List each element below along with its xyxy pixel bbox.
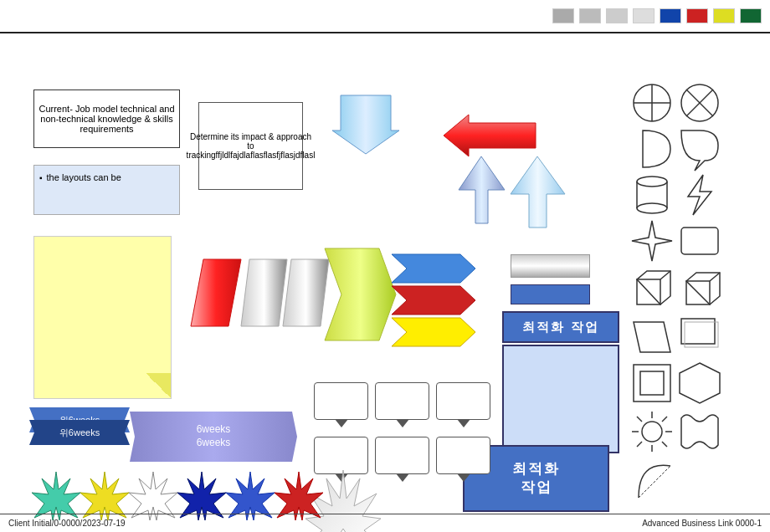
swatch-7[interactable] — [713, 8, 735, 23]
speech-bubble-row-1 — [314, 382, 490, 420]
swatch-5[interactable] — [660, 8, 681, 23]
blue-chevron — [392, 254, 475, 286]
shape-d — [630, 127, 674, 174]
swatch-2[interactable] — [579, 8, 601, 23]
gray-parallelogram-2 — [283, 259, 329, 330]
swatch-8[interactable] — [740, 8, 762, 23]
speech-bubble-row-2 — [314, 437, 490, 474]
shape-cylinder — [630, 173, 674, 220]
yellow-chevron — [325, 248, 396, 344]
svg-line-50 — [662, 417, 667, 422]
svg-line-33 — [660, 271, 670, 279]
shape-box-inbox — [630, 361, 674, 408]
shape-speech-circle — [678, 127, 721, 174]
silver-rect — [511, 254, 590, 278]
shape-rounded-rect — [678, 219, 721, 266]
svg-marker-8 — [392, 254, 475, 283]
svg-marker-2 — [459, 156, 505, 223]
yellow-chevron-arrow — [392, 318, 475, 350]
svg-marker-7 — [325, 248, 396, 340]
svg-marker-6 — [283, 259, 329, 326]
ribbon-text-3: 6weeks — [197, 423, 231, 437]
shape-3dbox-2 — [678, 268, 721, 315]
ribbon-text-2: 위6weeks — [59, 427, 100, 439]
shape-rect-shadow — [678, 315, 721, 362]
korean-box-1: 최적화 작업 — [502, 311, 619, 343]
speech-bubble-5 — [375, 437, 429, 474]
svg-marker-29 — [632, 221, 672, 261]
svg-rect-40 — [634, 365, 670, 402]
ribbon-purple: 6weeks 6weeks — [130, 412, 297, 462]
swatch-4[interactable] — [633, 8, 654, 23]
ribbon-text-4: 6weeks — [197, 437, 231, 450]
bottom-right-text: Advanced Business Link 0000-1 — [642, 519, 762, 528]
red-parallelogram — [191, 259, 241, 330]
blue-rect — [511, 284, 590, 304]
korean-box-2 — [502, 345, 619, 453]
svg-marker-32 — [637, 271, 670, 304]
shape-sun — [630, 410, 674, 457]
swatch-3[interactable] — [606, 8, 628, 23]
shape-circle — [630, 81, 674, 128]
svg-marker-4 — [191, 259, 241, 326]
blue-up-arrow — [459, 156, 505, 219]
shape-3dbox — [630, 268, 674, 315]
shape-arc — [630, 458, 674, 504]
speech-bubble-4 — [314, 437, 368, 474]
shape-x-circle — [678, 81, 721, 128]
svg-line-49 — [662, 442, 667, 447]
main-canvas: Current- Job model technical and non-tec… — [0, 35, 770, 514]
svg-marker-0 — [332, 95, 399, 154]
svg-marker-10 — [392, 318, 475, 346]
korean-label-2: 최적화작업 — [512, 460, 560, 497]
svg-marker-5 — [241, 259, 287, 326]
blue-down-arrow — [332, 95, 399, 154]
svg-line-36 — [710, 273, 720, 281]
speech-bubble-3 — [436, 382, 490, 420]
light-blue-up-arrow — [511, 156, 565, 223]
job-model-text: Current- Job model technical and non-tec… — [38, 104, 176, 134]
determine-text: Determine its impact & approach to track… — [187, 132, 316, 160]
speech-bubble-1 — [314, 382, 368, 420]
svg-marker-28 — [688, 175, 711, 215]
korean-label-1: 최적화 작업 — [522, 320, 598, 335]
svg-line-51 — [637, 442, 642, 447]
svg-marker-1 — [444, 115, 536, 156]
top-bar — [0, 0, 770, 33]
red-left-arrow — [444, 115, 527, 152]
svg-point-24 — [637, 176, 667, 187]
svg-marker-9 — [392, 286, 475, 315]
swatch-6[interactable] — [686, 8, 708, 23]
svg-marker-3 — [511, 156, 565, 228]
shape-lightning — [678, 173, 721, 220]
bullet-text: the layouts can be — [47, 172, 121, 182]
shape-hex — [678, 361, 721, 408]
job-model-box: Current- Job model technical and non-tec… — [33, 90, 180, 148]
shape-wave — [678, 410, 721, 457]
bullet-box: the layouts can be — [33, 165, 180, 215]
shape-para-outline — [630, 315, 674, 362]
speech-bubble-2 — [375, 382, 429, 420]
bottom-bar: Client Initial/0-0000/2023-07-19 Advance… — [0, 514, 770, 532]
shape-4star — [630, 219, 674, 266]
svg-rect-41 — [640, 371, 664, 395]
svg-marker-37 — [634, 322, 670, 352]
speech-bubble-6 — [436, 437, 490, 474]
svg-marker-42 — [680, 363, 720, 403]
bottom-left-text: Client Initial/0-0000/2023-07-19 — [8, 519, 126, 528]
determine-box: Determine its impact & approach to track… — [198, 102, 303, 190]
svg-point-43 — [642, 422, 662, 442]
svg-line-48 — [637, 417, 642, 422]
red-chevron — [392, 286, 475, 318]
svg-rect-30 — [681, 228, 718, 254]
yellow-sticky-note — [33, 236, 172, 399]
gray-parallelogram-1 — [241, 259, 287, 330]
svg-point-27 — [637, 203, 667, 213]
ribbon-blue-2: 위6weeks — [29, 420, 130, 445]
swatch-1[interactable] — [552, 8, 574, 23]
